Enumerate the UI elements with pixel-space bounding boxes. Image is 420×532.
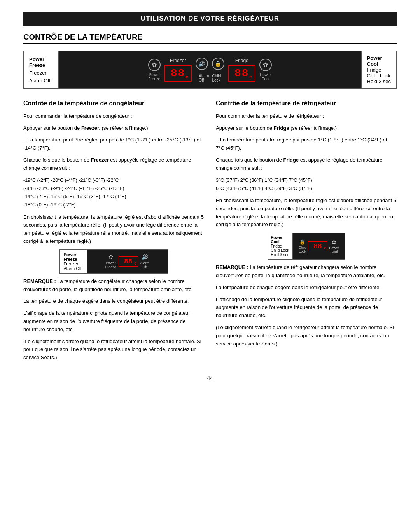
alarm-off-label: Alarm Off: [29, 78, 53, 84]
left-para4: Chaque fois que le bouton de Freezer est…: [23, 156, 204, 173]
left-para3: – La température peut être réglée par pa…: [23, 136, 204, 152]
inline-alarm-off: Alarm Off: [64, 266, 83, 271]
left-para6: La tempéature de chaque éagère dans le c…: [23, 297, 204, 305]
alarm-sound-icon: 🔊: [196, 58, 208, 70]
panel-right-labels: PowerCool Fridge Child LockHold 3 sec: [361, 51, 396, 88]
right-para4: Chaque fois que le bouton de Fridge est …: [216, 156, 397, 173]
inline-center: ✿ PowerFreeze 88c 🔊 AlarmOff: [87, 250, 168, 273]
inline-pc-label: PowerCool: [329, 246, 339, 254]
freezer-digital-display: 88c: [164, 65, 192, 82]
power-cool-btn-label: PowerCool: [260, 73, 271, 81]
power-freeze-button-group: ✿ PowerFreeze: [148, 59, 161, 81]
left-section-heading: Contrôe de la tempéature de congélateur: [23, 99, 204, 108]
inline-left-labels: PowerFreeze Freezer Alarm Off: [60, 250, 87, 273]
inline-pf-label: PowerFreeze: [105, 261, 116, 269]
power-freeze-label: PowerFreeze: [29, 56, 53, 68]
page-header: UTILISATION DE VOTRE RÉRIGÉATEUR: [23, 12, 397, 26]
left-para5: En choisissant la tempéature, la tempéat…: [23, 213, 204, 246]
left-column: Contrôe de la tempéature de congélateur …: [23, 99, 204, 366]
right-section-heading: Contrôe de la tempéature de réfrigéateur: [216, 99, 397, 108]
inline-power-cool-icon: ✿: [332, 239, 336, 245]
right-para8: (Le clignotement s'arrête quand le réfri…: [216, 324, 397, 348]
child-lock-label-panel: ChildLock: [212, 74, 221, 82]
power-freeze-btn-label: PowerFreeze: [148, 73, 160, 81]
right-fridge-label: Fridge: [367, 67, 391, 73]
right-para2: Appuyer sur le bouton de Fridge (se réfe…: [216, 124, 397, 133]
power-cool-button-group: ✿ PowerCool: [259, 59, 272, 81]
inline-right-power-cool: PowerCool: [271, 235, 289, 244]
power-cool-icon: ✿: [259, 59, 272, 71]
right-para7: L'affichage de la température clignote q…: [216, 296, 397, 320]
right-para3: – La température peut être réglée par pa…: [216, 136, 397, 152]
left-para1: Pour commander la tempéature de congélat…: [23, 112, 204, 120]
inline-right-mini-display: 88c: [308, 241, 327, 251]
alarm-off-label-panel: AlarmOff: [199, 74, 209, 82]
left-note: REMARQUE : La tempéature de congélateur …: [23, 277, 204, 294]
left-para7: L'affichage de la température clignote q…: [23, 309, 204, 333]
inline-freezer: Freezer: [64, 262, 83, 266]
freezer-display-label: Freezer: [170, 58, 186, 63]
inline-right-labels: PowerCool Fridge Child LockHold 3 sec: [268, 233, 293, 259]
panel-left-labels: PowerFreeze Freezer Alarm Off: [24, 51, 59, 88]
freezer-label: Freezer: [29, 70, 53, 76]
fridge-digital-display: 88c: [228, 65, 256, 82]
left-para2: Appuyer sur le bouton de Freezer. (se ré…: [23, 124, 204, 133]
inline-child-lock-label: ChildLock: [299, 246, 307, 253]
inline-power-freeze-icon: ✿: [108, 254, 113, 260]
right-para5: En choisissant la tempéature, la tempéat…: [216, 197, 397, 229]
inline-right-center: 🔒 ChildLock 88c ✿ PowerCool: [293, 233, 345, 259]
right-column: Contrôe de la tempéature de réfrigéateur…: [216, 99, 397, 366]
two-column-content: Contrôe de la tempéature de congélateur …: [23, 99, 397, 366]
page-number: 44: [23, 375, 397, 381]
section-title: CONTRÔE DE LA TEMPÉATURE: [23, 33, 397, 44]
inline-diagram-right: PowerCool Fridge Child LockHold 3 sec 🔒 …: [268, 233, 345, 260]
freezer-display-block: Freezer 88c: [164, 58, 192, 82]
alarm-labels: AlarmOff ChildLock: [199, 74, 221, 82]
child-lock-icon: 🔒: [212, 58, 224, 70]
inline-alarm-label: AlarmOff: [140, 261, 150, 269]
power-freeze-icon: ✿: [148, 59, 161, 71]
inline-power-freeze: PowerFreeze: [64, 252, 83, 262]
left-temps: -19°C (-2°F) -20°C (-4°F) -21°C (-6°F) -…: [23, 176, 204, 209]
inline-alarm-icon: 🔊: [142, 254, 148, 260]
right-power-cool-label: PowerCool: [367, 55, 391, 67]
right-temps: 3°C (37°F) 2°C (36°F) 1°C (34°F) 7°C (45…: [216, 176, 397, 193]
right-para1: Pour commander la tempéature de réfrigéa…: [216, 112, 397, 120]
fridge-display-label: Fridge: [235, 58, 248, 63]
header-title: UTILISATION DE VOTRE RÉRIGÉATEUR: [141, 15, 279, 22]
panel-center: ✿ PowerFreeze Freezer 88c 🔊 🔒 AlarmOff C…: [59, 51, 361, 88]
fridge-display-block: Fridge 88c: [228, 58, 256, 82]
inline-diagram-left: PowerFreeze Freezer Alarm Off ✿ PowerFre…: [60, 249, 168, 274]
control-panel-diagram: PowerFreeze Freezer Alarm Off ✿ PowerFre…: [23, 51, 397, 89]
inline-lock-icon: 🔒: [299, 239, 305, 245]
inline-right-child-lock: Child LockHold 3 sec: [271, 248, 289, 257]
right-note: REMARQUE : La tempéature de réfrigéateur…: [216, 263, 397, 280]
left-para8: (Le clignotement s'arrête quand le réfri…: [23, 338, 204, 362]
inline-right-fridge: Fridge: [271, 244, 289, 248]
right-child-lock-label: Child LockHold 3 sec: [367, 73, 391, 84]
right-para6: La tempéature de chaque éagère dans le r…: [216, 284, 397, 292]
inline-mini-display: 88c: [119, 256, 138, 267]
